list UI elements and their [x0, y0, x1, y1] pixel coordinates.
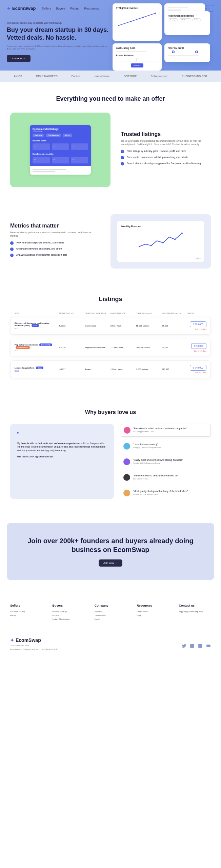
last-sold-title: Last Listing Sold	[116, 47, 158, 49]
footer-heading: Buyers	[52, 604, 84, 607]
bullet-text: Understand revenue, customers, and churn	[16, 248, 62, 250]
footer-heading: Contact us	[179, 604, 211, 607]
listing-investor: Intermediate	[85, 325, 109, 327]
table-header-cell: MAINTENANCE	[110, 312, 135, 314]
footer-link[interactable]: Pricing	[52, 614, 84, 616]
listing-investor: Beginner/ Intermediate	[85, 347, 109, 349]
press-logo: INDIE HACKERS	[36, 75, 58, 78]
footer-column: Contact usSupport@EcomSwap.com	[179, 604, 211, 622]
footer-link[interactable]: About us	[95, 611, 126, 613]
listings-table-header: SITEMONETIZATIONCREATION INVESTORMAINTEN…	[10, 310, 211, 317]
bullet-item: ›Understand revenue, customers, and chur…	[10, 248, 97, 251]
svg-point-1	[130, 21, 132, 22]
featured-testimonial: " My favorite site to find tools and sof…	[10, 424, 114, 499]
brand-name: EcomSwap	[12, 6, 36, 11]
listing-row[interactable]: Directory of therapists in alternative m…	[10, 317, 211, 335]
bullet-icon: ›	[121, 156, 124, 159]
footer-link[interactable]: Blog	[137, 614, 168, 616]
bullet-text: Filter listings by industry, price, reve…	[127, 150, 186, 152]
testimonial-item[interactable]: "Love the transparency"Managing Director…	[121, 440, 211, 452]
listing-creation: 9/2018	[59, 347, 83, 349]
footer-link[interactable]: Legal	[95, 618, 126, 620]
footer-logo-icon: ✦	[10, 637, 14, 643]
price-button[interactable]: € 129,000	[190, 321, 206, 327]
stripe-label: stripe	[196, 257, 201, 259]
testimonial-item[interactable]: "Ended up with 40 people who reached out…	[121, 471, 211, 484]
listings-title: Listings	[10, 296, 211, 303]
bullet-item: ›View financial snapshots and P&L summar…	[10, 241, 97, 245]
svg-point-6	[162, 242, 164, 243]
footer-link[interactable]: Browse Startups	[52, 611, 84, 613]
price-button[interactable]: € 240,000	[190, 365, 206, 371]
rec-card-subtitle: +15 New listings	[33, 130, 88, 132]
testimonial-quote: "Easily meet and connect with startup fo…	[133, 458, 183, 461]
footer-column: ResourcesHelp CenterBlog	[137, 604, 168, 622]
avatar	[124, 427, 130, 434]
table-header-cell: TRAFFIC /month	[136, 312, 160, 314]
testimonial-role: Managing Director of Ramp Ventures	[133, 447, 161, 449]
footer-link[interactable]: Testimonials	[95, 614, 126, 616]
cta-button[interactable]: Join now →	[99, 559, 122, 567]
testimonial-quote: "Meet quality startups without any of th…	[133, 490, 188, 493]
bullet-item: ›Our experts can recommend listings matc…	[121, 156, 211, 159]
nav-link[interactable]: Resources	[84, 7, 99, 10]
tag-pill: Saas	[32, 324, 39, 327]
filter-card: Filter by profit	[164, 43, 210, 62]
hero-cta-button[interactable]: Join now →	[7, 55, 31, 62]
svg-point-7	[174, 238, 176, 240]
cta-section: Join over 200k+ founders and buyers alre…	[7, 523, 214, 580]
price-button[interactable]: € 70,000	[191, 343, 206, 349]
copyright: 2023 Acquire.com, inc ™	[10, 645, 211, 647]
listing-creation: 1/2017	[59, 368, 83, 370]
tag-pill: Saas	[36, 367, 43, 369]
testimonial-item[interactable]: "Meet quality startups without any of th…	[121, 487, 211, 499]
hero-tagline: The fastest, easiest way to acquire your…	[7, 22, 110, 24]
bullet-text: View financial snapshots and P&L summari…	[16, 241, 64, 244]
footer-link[interactable]: Support@EcomSwap.com	[179, 611, 211, 613]
table-header-cell: PRICE	[187, 312, 207, 314]
footer-link[interactable]: List Your Startup	[10, 611, 42, 613]
listing-row[interactable]: Pop culture content site SponsorshipAdve…	[10, 339, 211, 356]
footer-column: SellersList Your StartupPricing	[10, 604, 42, 622]
listing-traffic: 180,000 visitors	[136, 347, 160, 349]
footer-logo[interactable]: ✦ EcomSwap	[10, 637, 211, 643]
bullet-item: ›Search startups already pre-approved fo…	[121, 162, 211, 165]
hero-description: Acquire your ideal startup from 1,000s o…	[7, 45, 110, 51]
sold-days: Sold in 52 days	[187, 372, 206, 374]
press-logo: Forbes	[72, 75, 81, 78]
nav-link[interactable]: Sellers	[42, 7, 51, 10]
footer-column: BuyersBrowse StartupsPricingInstant Slac…	[52, 604, 84, 622]
last-sold-card: Last Listing Sold Prices Between Submit …	[113, 43, 162, 71]
listing-row[interactable]: Link selling platform SaasSOLD1/2017Expe…	[10, 360, 211, 378]
hero-title: Buy your dream startup in 30 days. Vette…	[7, 26, 110, 42]
twitter-icon[interactable]	[182, 644, 186, 648]
nav-link[interactable]: Buyers	[56, 7, 65, 10]
avatar	[123, 458, 130, 465]
svg-point-3	[155, 13, 156, 14]
table-header-cell: MONETIZATION	[59, 312, 83, 314]
recommended-card: Recommended listings WebpageTTM RevenueE…	[164, 11, 210, 35]
listing-maintenance: 5 hrs / week	[110, 325, 135, 327]
facebook-icon[interactable]	[198, 644, 203, 648]
testimonial-role: Founder of Circle Square Capital	[133, 493, 188, 495]
footer-link[interactable]: Pricing	[10, 614, 42, 616]
logo[interactable]: ✦ EcomSwap	[7, 6, 36, 11]
footer-link[interactable]: Instant Slack Alerts	[52, 618, 84, 620]
tag-pill: Advertisement	[16, 346, 30, 349]
press-logo: FORTUNE	[124, 75, 137, 78]
testimonials-title: Why buyers love us	[10, 409, 211, 415]
testimonial-item[interactable]: "Easily meet and connect with startup fo…	[121, 456, 211, 468]
avatar	[123, 474, 130, 481]
nav-link[interactable]: Pricing	[70, 7, 80, 10]
youtube-icon[interactable]	[206, 644, 211, 648]
linkedin-icon[interactable]	[190, 644, 195, 648]
avatar	[123, 443, 130, 450]
svg-rect-9	[190, 644, 194, 648]
listing-investor: Expert	[85, 368, 109, 370]
testimonial-item[interactable]: "Favorite site to find tools and softwar…	[121, 424, 211, 437]
trusted-listings-image: Recommended listings +15 New listings We…	[10, 113, 110, 187]
offer-section-title: Everything you need to make an offer	[10, 95, 211, 102]
footer-link[interactable]: Help Center	[137, 611, 168, 613]
revenue-card-title: TTM gross revenue	[116, 7, 158, 9]
tag-pill: Sponsorship	[39, 343, 52, 346]
